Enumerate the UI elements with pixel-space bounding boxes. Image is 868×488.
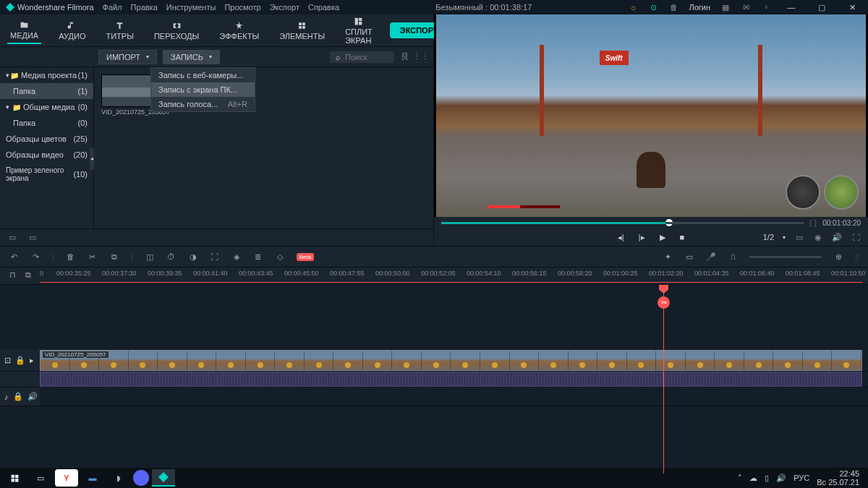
volume-icon[interactable]: 🔊 xyxy=(832,232,842,242)
tray-clock[interactable]: 22:45 Вс 25.07.21 xyxy=(817,469,859,487)
green-icon[interactable]: ◈ xyxy=(231,252,242,262)
tab-elements[interactable]: ЭЛЕМЕНТЫ xyxy=(276,18,328,43)
explorer-icon[interactable]: ▬ xyxy=(81,469,104,487)
tab-transitions[interactable]: ПЕРЕХОДЫ xyxy=(151,18,202,43)
menu-tools[interactable]: Инструменты xyxy=(166,3,216,12)
mixer-icon[interactable]: ⎍ xyxy=(728,252,738,261)
link-icon[interactable]: ⧉ xyxy=(23,270,33,280)
discord-icon[interactable] xyxy=(133,470,149,486)
sidebar-item-green[interactable]: Пример зеленого экрана(10) xyxy=(0,163,93,186)
mute-icon[interactable]: 🔊 xyxy=(27,392,38,401)
record-voice[interactable]: Запись голоса...Alt+R xyxy=(151,97,255,111)
sidebar-item-project-media[interactable]: Медиа проекта(1) xyxy=(0,67,93,83)
minimize-button[interactable]: — xyxy=(781,0,801,14)
mic-icon[interactable]: 🎤 xyxy=(706,252,716,262)
prev-button[interactable]: ◂| xyxy=(618,233,624,242)
zoom-ratio[interactable]: 1/2 xyxy=(763,233,774,241)
close-button[interactable]: ✕ xyxy=(842,0,862,14)
sidebar-item-videos[interactable]: Образцы видео(20) xyxy=(0,147,93,163)
tab-effects[interactable]: ЭФФЕКТЫ xyxy=(216,18,262,43)
lock-icon[interactable]: ⊡ xyxy=(4,356,11,365)
marker-icon[interactable]: ✦ xyxy=(663,252,673,262)
search-input[interactable] xyxy=(345,53,388,61)
lock-icon[interactable]: 🔒 xyxy=(13,392,23,401)
menu-export[interactable]: Экспорт xyxy=(270,3,299,12)
tab-media[interactable]: МЕДИА xyxy=(7,17,41,44)
delete-icon[interactable]: 🗑 xyxy=(66,252,76,261)
tab-audio[interactable]: АУДИО xyxy=(56,18,88,43)
magnet-icon[interactable]: ⊓ xyxy=(7,270,17,280)
media-thumbnail[interactable]: VID_20210725_205057 xyxy=(101,74,152,116)
timeline-tracks[interactable]: ✂ ⊡🔒▸ VID_20210725_205057 ♪🔒🔊 xyxy=(0,285,868,474)
headphones-icon[interactable]: ⊙ xyxy=(648,2,658,12)
tray-sound-icon[interactable]: 🔊 xyxy=(776,474,786,483)
sidebar-item-colors[interactable]: Образцы цветов(25) xyxy=(0,131,93,147)
playhead[interactable]: ✂ xyxy=(663,285,664,474)
expand-icon[interactable]: ⛶ xyxy=(210,252,220,261)
color-icon[interactable]: ◑ xyxy=(188,252,198,262)
tray-cloud-icon[interactable]: ☁ xyxy=(749,474,757,483)
copy-icon[interactable]: ⧉ xyxy=(109,252,119,262)
framestep-button[interactable]: |▸ xyxy=(639,233,645,242)
menu-view[interactable]: Просмотр xyxy=(224,3,260,12)
tab-titles[interactable]: ТИТРЫ xyxy=(103,18,136,43)
zoom-slider[interactable] xyxy=(749,256,822,258)
cut-icon[interactable]: ✂ xyxy=(88,252,98,262)
start-button[interactable] xyxy=(3,469,26,487)
play-button[interactable]: ▶ xyxy=(660,233,665,242)
steam-icon[interactable]: ◗ xyxy=(107,469,130,487)
mail-icon[interactable]: ✉ xyxy=(741,2,751,12)
audio-track[interactable] xyxy=(0,372,868,388)
record-webcam[interactable]: Запись с веб-камеры... xyxy=(151,68,255,82)
tray-wifi-icon[interactable]: ▯ xyxy=(765,474,769,483)
crop-icon[interactable]: ◫ xyxy=(145,252,155,262)
menu-edit[interactable]: Правка xyxy=(131,3,158,12)
login-link[interactable]: Логин xyxy=(689,3,710,12)
tray-up-icon[interactable]: ˄ xyxy=(738,474,742,483)
sidebar-item-folder[interactable]: Папка(1) xyxy=(0,83,93,99)
newfolder-icon[interactable]: ▭ xyxy=(27,233,38,243)
folder-icon[interactable]: ▭ xyxy=(7,233,17,243)
record-dropdown[interactable]: ЗАПИСЬ▾ xyxy=(163,50,220,64)
grid-icon[interactable]: ⋮⋮ xyxy=(416,52,426,62)
preview-video[interactable]: Swift xyxy=(436,14,866,217)
menu-file[interactable]: Файл xyxy=(103,3,122,12)
cut-button[interactable]: ✂ xyxy=(658,296,670,309)
zoomfit-icon[interactable]: ⊕ xyxy=(833,252,843,262)
keyframe-icon[interactable]: ◇ xyxy=(275,252,285,262)
save-icon[interactable]: ▦ xyxy=(720,2,731,12)
record-screen[interactable]: Запись с экрана ПК... xyxy=(151,82,255,97)
tray-lang[interactable]: РУС xyxy=(793,474,809,482)
fullscreen-icon[interactable]: ⛶ xyxy=(851,232,861,242)
bulb-icon[interactable]: ☼ xyxy=(628,2,638,12)
yandex-icon[interactable]: Y xyxy=(55,469,78,487)
maximize-button[interactable]: ▢ xyxy=(812,0,832,14)
redo-icon[interactable]: ↷ xyxy=(30,252,41,262)
render-icon[interactable]: ▭ xyxy=(684,252,694,262)
trash-icon[interactable]: 🗑 xyxy=(668,2,678,12)
preview-scrubber[interactable] xyxy=(441,222,804,224)
tab-split[interactable]: СПЛИТ ЭКРАН xyxy=(342,14,375,48)
taskview-button[interactable]: ▭ xyxy=(29,469,52,487)
sidebar-item-folder2[interactable]: Папка(0) xyxy=(0,115,93,131)
timeline-ruler[interactable]: ⊓ ⧉ 0 00:00:35:25 00:00:37:30 00:00:39:3… xyxy=(0,267,868,285)
adjust-icon[interactable]: ≣ xyxy=(253,252,263,262)
filmora-task[interactable] xyxy=(152,469,175,487)
import-dropdown[interactable]: ИМПОРТ▾ xyxy=(98,50,157,64)
quality-icon[interactable]: ▭ xyxy=(794,232,804,242)
audio-clip[interactable] xyxy=(40,372,862,387)
video-clip[interactable]: VID_20210725_205057 xyxy=(40,350,862,371)
user-icon[interactable]: ♀ xyxy=(761,2,771,12)
search-box[interactable]: ⌕ xyxy=(330,51,394,63)
menu-help[interactable]: Справка xyxy=(308,3,339,12)
video-track[interactable]: ⊡🔒▸ VID_20210725_205057 xyxy=(0,350,868,372)
undo-icon[interactable]: ↶ xyxy=(9,252,19,262)
stop-button[interactable]: ■ xyxy=(680,233,685,241)
music-track[interactable]: ♪🔒🔊 xyxy=(0,388,868,406)
mute-icon[interactable]: ▸ xyxy=(30,356,34,365)
sidebar-item-shared-media[interactable]: Общие медиа(0) xyxy=(0,99,93,115)
speed-icon[interactable]: ⏱ xyxy=(166,252,176,261)
filter-icon[interactable]: ⾉ xyxy=(400,52,410,62)
eye-icon[interactable]: 🔒 xyxy=(15,356,25,365)
snapshot-icon[interactable]: ◉ xyxy=(813,232,823,242)
